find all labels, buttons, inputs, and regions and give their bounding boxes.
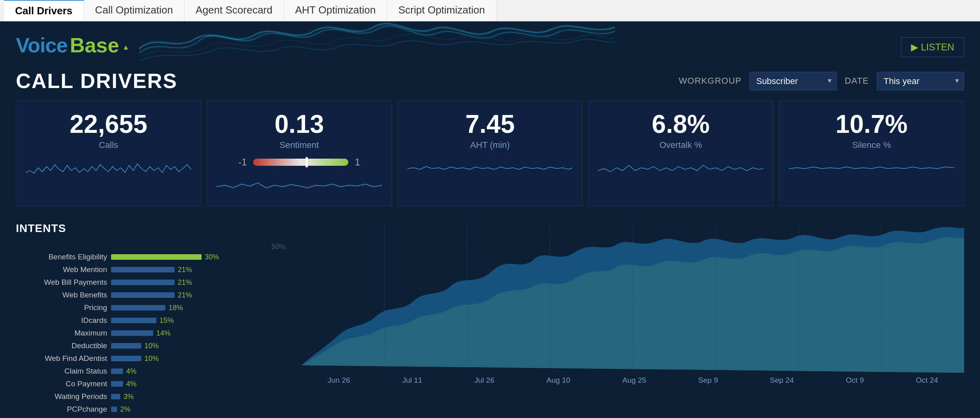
tab-script-optimization[interactable]: Script Optimization xyxy=(387,0,496,21)
intent-row: Claim Status 4% xyxy=(16,367,294,376)
chart-x-label: Sep 24 xyxy=(770,376,794,385)
intent-pct: 18% xyxy=(169,304,188,312)
intent-bar-area: 4% xyxy=(111,380,294,388)
metrics-row: 22,655 Calls 0.13 Sentiment -1 1 xyxy=(0,101,980,214)
intent-pct: 10% xyxy=(144,342,164,350)
date-select[interactable]: This year xyxy=(877,72,964,90)
sentiment-max: 1 xyxy=(355,157,360,168)
intent-name: Deductible xyxy=(16,341,107,350)
bottom-section: INTENTS 50% Benefits Eligibility 30% Web… xyxy=(0,214,980,418)
intent-bar xyxy=(111,330,153,336)
chart-x-label: Oct 24 xyxy=(916,376,938,385)
aht-sparkline xyxy=(407,157,573,180)
date-label: DATE xyxy=(845,76,869,86)
chart-x-label: Jul 26 xyxy=(474,376,494,385)
intent-row: Web Find ADentist 10% xyxy=(16,354,294,363)
intents-title: INTENTS xyxy=(16,222,294,235)
intent-bar-area: 21% xyxy=(111,278,294,287)
intents-container: Benefits Eligibility 30% Web Mention 21%… xyxy=(16,253,294,418)
workgroup-select-wrapper: Subscriber xyxy=(749,72,837,90)
title-row: CALL DRIVERS WORKGROUP Subscriber DATE T… xyxy=(0,65,980,101)
overtalk-sparkline xyxy=(598,157,763,180)
overtalk-card: 6.8% Overtalk % xyxy=(588,101,773,206)
intent-pct: 4% xyxy=(126,380,146,388)
intent-name: Maximum xyxy=(16,329,107,337)
intent-pct: 15% xyxy=(159,316,179,325)
intent-bar xyxy=(111,280,175,285)
silence-sparkline xyxy=(789,157,954,180)
intent-row: Web Mention 21% xyxy=(16,265,294,274)
intent-bar xyxy=(111,305,165,311)
page-title: CALL DRIVERS xyxy=(16,69,177,93)
calls-value: 22,655 xyxy=(26,111,191,137)
intent-bar xyxy=(111,343,141,349)
calls-label: Calls xyxy=(26,140,191,150)
date-select-wrapper: This year xyxy=(877,72,964,90)
sentiment-min: -1 xyxy=(238,157,247,168)
intent-name: Waiting Periods xyxy=(16,392,107,401)
chart-x-label: Jul 11 xyxy=(402,376,423,385)
aht-label: AHT (min) xyxy=(407,140,573,150)
intent-pct: 3% xyxy=(123,393,143,401)
header: VoiceBase ▲ ▶ LISTEN xyxy=(0,21,980,65)
intent-pct: 14% xyxy=(156,329,176,337)
tab-call-drivers[interactable]: Call Drivers xyxy=(4,0,84,21)
intent-pct: 21% xyxy=(178,278,198,287)
sentiment-range: -1 1 xyxy=(217,157,382,168)
intent-name: IDcards xyxy=(16,316,107,325)
workgroup-select[interactable]: Subscriber xyxy=(749,72,837,90)
intent-name: Web Bill Payments xyxy=(16,278,107,287)
intent-bar-area: 4% xyxy=(111,367,294,376)
intent-name: Web Find ADentist xyxy=(16,354,107,363)
overtalk-label: Overtalk % xyxy=(598,140,763,150)
intent-bar-area: 21% xyxy=(111,266,294,274)
intent-bar xyxy=(111,318,156,323)
chart-x-label: Aug 25 xyxy=(623,376,646,385)
aht-card: 7.45 AHT (min) xyxy=(398,101,583,206)
intent-row: IDcards 15% xyxy=(16,316,294,325)
tab-call-optimization[interactable]: Call Optimization xyxy=(84,0,185,21)
intent-bar xyxy=(111,394,120,399)
pct-axis-label: 50% xyxy=(271,243,294,251)
intent-row: PCPchange 2% xyxy=(16,405,294,414)
chart-x-label: Jun 26 xyxy=(328,376,350,385)
listen-button[interactable]: ▶ LISTEN xyxy=(901,37,964,57)
silence-label: Silence % xyxy=(789,140,954,150)
sentiment-label: Sentiment xyxy=(217,140,382,150)
intent-bar xyxy=(111,254,202,260)
tab-aht-optimization[interactable]: AHT Optimization xyxy=(284,0,387,21)
intent-bar-area: 30% xyxy=(111,253,294,261)
intent-row: Web Bill Payments 21% xyxy=(16,278,294,287)
intent-pct: 2% xyxy=(120,405,140,414)
intent-row: Benefits Eligibility 30% xyxy=(16,253,294,261)
intent-name: Benefits Eligibility xyxy=(16,253,107,261)
sentiment-sparkline xyxy=(217,174,382,198)
sentiment-bar xyxy=(253,159,348,166)
logo-triangle-icon: ▲ xyxy=(122,43,129,52)
intent-row: Maximum 14% xyxy=(16,329,294,337)
logo: VoiceBase ▲ xyxy=(16,33,129,57)
intent-name: Web Benefits xyxy=(16,291,107,299)
calls-sparkline xyxy=(26,157,191,180)
intent-bar xyxy=(111,381,123,387)
intent-bar-area: 15% xyxy=(111,316,294,325)
intent-bar xyxy=(111,406,117,412)
intent-row: Deductible 10% xyxy=(16,341,294,350)
chart-x-label: Aug 10 xyxy=(546,376,570,385)
chart-x-label: Oct 9 xyxy=(846,376,864,385)
logo-voice: Voice xyxy=(16,33,67,57)
pct-axis: 50% xyxy=(16,243,294,251)
intent-pct: 21% xyxy=(178,291,198,299)
intent-row: Pricing 18% xyxy=(16,303,294,312)
tab-agent-scorecard[interactable]: Agent Scorecard xyxy=(184,0,284,21)
intent-bar-area: 10% xyxy=(111,342,294,350)
intent-name: Claim Status xyxy=(16,367,107,376)
intent-row: Web Benefits 21% xyxy=(16,291,294,299)
intent-name: Co Payment xyxy=(16,380,107,388)
silence-card: 10.7% Silence % xyxy=(779,101,964,206)
intent-bar-area: 10% xyxy=(111,355,294,363)
intent-bar-area: 18% xyxy=(111,304,294,312)
sentiment-card: 0.13 Sentiment -1 1 xyxy=(207,101,392,206)
intent-bar-area: 21% xyxy=(111,291,294,299)
intent-bar-area: 3% xyxy=(111,393,294,401)
